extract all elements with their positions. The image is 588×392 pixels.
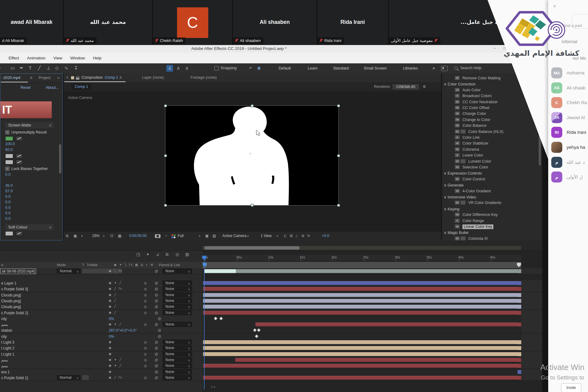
snapping-checkbox[interactable] bbox=[214, 66, 219, 70]
stopwatch-link-icon[interactable]: @ bbox=[158, 334, 161, 338]
graph-editor-icon[interactable]: ▤ bbox=[185, 252, 189, 257]
layer-name[interactable]: c Purple Solid 2] bbox=[1, 311, 28, 315]
region-of-interest-icon[interactable]: ▦ bbox=[118, 234, 121, 238]
participant-row[interactable]: JAJawad Al bbox=[548, 110, 588, 125]
tab-footage[interactable]: Footage (none) bbox=[190, 75, 217, 80]
layer-name[interactable]: ak 08-06-2020.mp4] bbox=[0, 269, 36, 274]
matte-value[interactable]: 0.0 bbox=[5, 205, 10, 210]
stopwatch-link-icon[interactable]: @ bbox=[158, 328, 161, 332]
tab-layer[interactable]: Layer (none) bbox=[142, 75, 164, 80]
participant-tile[interactable]: Rida IraniRida Irani bbox=[317, 0, 388, 45]
layer-name[interactable]: Clouds.png] bbox=[1, 299, 21, 303]
layer-duration-bar[interactable] bbox=[203, 305, 518, 309]
soft-colour-swatch[interactable] bbox=[5, 231, 13, 236]
layer-switches-icons[interactable]: ◉ bbox=[109, 340, 112, 344]
layer-row[interactable]: بسم◉ ✦ ╱◎@None∨ bbox=[0, 357, 542, 363]
effects-item-row[interactable]: 16Selective Color bbox=[442, 164, 542, 170]
effects-item-row[interactable]: 8Color Range bbox=[442, 218, 542, 224]
participant-row[interactable]: مد عبد الله bbox=[548, 155, 588, 170]
participant-row[interactable]: yehya ha bbox=[548, 140, 588, 155]
layer-row[interactable]: era 1◉@None∨ bbox=[0, 369, 542, 375]
selection-handle[interactable] bbox=[251, 204, 254, 207]
renderer-toggle-icon[interactable]: ◎ bbox=[144, 352, 147, 356]
layer-duration-bar[interactable] bbox=[203, 352, 518, 356]
layer-row[interactable]: بسم◉ ✦ ╱◎@None∨ bbox=[0, 322, 542, 328]
composition-frame[interactable]: + bbox=[165, 106, 338, 205]
clip-white-value[interactable]: 100.0 bbox=[5, 142, 15, 146]
time-ruler[interactable]: 0s05s10s15s20s25s30s35s40s45s bbox=[202, 255, 521, 261]
participant-row[interactable]: ASAli shaab bbox=[548, 81, 588, 95]
parent-dropdown[interactable]: None∨ bbox=[163, 357, 192, 362]
selection-handle[interactable] bbox=[164, 204, 167, 207]
parent-link-icon[interactable]: @ bbox=[155, 269, 158, 273]
layer-row[interactable]: e Layer 1◉ ✦ ╱◎@None∨ bbox=[0, 280, 542, 286]
effects-item-row[interactable]: 16Colorama bbox=[442, 147, 542, 153]
parent-link-icon[interactable]: @ bbox=[155, 293, 158, 297]
parent-link-icon[interactable]: @ bbox=[155, 311, 158, 315]
snapshot-camera-icon[interactable] bbox=[155, 234, 160, 238]
effects-group-row[interactable]: ∨ Keying bbox=[442, 206, 542, 212]
snap-options-icon[interactable]: ↗ bbox=[249, 66, 252, 70]
effects-item-row[interactable]: 32Lumetri Color bbox=[442, 159, 542, 164]
parent-dropdown[interactable]: None∨ bbox=[163, 322, 192, 327]
renderer-toggle-icon[interactable]: ◎ bbox=[144, 364, 147, 368]
layer-name[interactable]: ntation bbox=[1, 328, 12, 333]
layer-switches-icons[interactable]: ◉ ✦ ╱ bbox=[109, 322, 122, 326]
current-time-field[interactable]: 0:00:00:00 bbox=[129, 234, 147, 238]
clip-selected-segment[interactable] bbox=[205, 269, 236, 273]
layer-duration-bar[interactable] bbox=[203, 364, 518, 368]
shy-icon[interactable]: ⊿ bbox=[156, 252, 159, 257]
parent-dropdown[interactable]: None∨ bbox=[163, 352, 192, 356]
rotobrush-tool-icon[interactable]: ∿ bbox=[64, 65, 68, 71]
renderer-toggle-icon[interactable]: ◎ bbox=[144, 281, 147, 285]
workspace-libraries[interactable]: Libraries bbox=[403, 66, 418, 70]
world-axis-mode-icon[interactable]: ♙ bbox=[175, 65, 182, 72]
frame-blend-icon[interactable]: ⧉ bbox=[166, 252, 168, 257]
local-axis-mode-icon[interactable]: ♙ bbox=[166, 65, 173, 72]
chevron-down-icon[interactable]: ∨ bbox=[553, 4, 556, 8]
parent-link-icon[interactable]: @ bbox=[155, 305, 158, 308]
bias-swatch-1[interactable] bbox=[5, 154, 13, 158]
row-graph-area[interactable] bbox=[202, 298, 521, 304]
property-value[interactable]: 0% bbox=[109, 334, 114, 339]
layer-row[interactable]: Clouds.png]◉ ╱◎@None∨ bbox=[0, 304, 542, 310]
matte-value[interactable]: 35.0 bbox=[5, 183, 13, 188]
menu-effect[interactable]: Effect bbox=[9, 56, 19, 60]
layer-switches-icons[interactable]: ◉ ╱ bbox=[109, 299, 117, 302]
zoom-level-dropdown[interactable]: 25% bbox=[92, 234, 100, 238]
layer-switches-icons[interactable]: ◉ bbox=[109, 346, 112, 349]
layer-row[interactable]: c Purple Solid 2]◉ ╱◎@None∨ bbox=[0, 310, 542, 316]
renderer-toggle-icon[interactable]: ◎ bbox=[144, 346, 147, 350]
resolution-dropdown[interactable]: Full bbox=[178, 234, 183, 238]
participant-tile[interactable]: CChekh Rabih bbox=[153, 0, 232, 45]
keyframe-diamond[interactable] bbox=[257, 329, 260, 332]
row-graph-area[interactable] bbox=[202, 310, 521, 316]
row-graph-area[interactable] bbox=[202, 334, 521, 339]
renderer-toggle-icon[interactable]: ◎ bbox=[144, 322, 147, 326]
workspace-standard[interactable]: Standard bbox=[333, 66, 349, 70]
pen-tool-icon[interactable]: ✒ bbox=[20, 65, 24, 71]
layer-duration-bar[interactable] bbox=[203, 340, 518, 344]
layer-duration-bar[interactable] bbox=[203, 281, 518, 285]
layer-switches-icons[interactable]: ◉ ╲ fx bbox=[109, 269, 123, 273]
rulers-icon[interactable]: ⊡ bbox=[110, 234, 113, 238]
effects-item-row[interactable]: 32Colorista III bbox=[442, 236, 542, 240]
effects-item-row[interactable]: 8Leave Color bbox=[442, 153, 542, 158]
layer-switches-icons[interactable]: ◉ ✦ ╱ bbox=[109, 364, 122, 367]
tab-project[interactable]: Project bbox=[39, 76, 51, 80]
bias-value[interactable]: 0.0 bbox=[5, 172, 10, 177]
search-help-input[interactable]: Search Help bbox=[460, 66, 481, 70]
layer-duration-bar[interactable] bbox=[203, 376, 518, 380]
effects-item-row[interactable]: 164-Color Gradient bbox=[442, 188, 542, 194]
effects-item-row[interactable]: 32Color Control bbox=[442, 176, 542, 182]
participant-row[interactable]: RIRida Irani bbox=[548, 125, 588, 140]
row-graph-area[interactable] bbox=[202, 286, 521, 292]
lock-biases-checkbox[interactable]: ✓ bbox=[5, 167, 9, 171]
comp-mini-flowchart-icon[interactable]: ◳ bbox=[136, 252, 140, 257]
about-link[interactable]: About... bbox=[46, 85, 59, 90]
layer-switches-icons[interactable]: ◉ ╱ bbox=[109, 305, 117, 308]
effects-item-row[interactable]: 32Linear Color Key bbox=[442, 224, 542, 230]
effects-group-row[interactable]: ∨ Magic Bullet bbox=[442, 230, 542, 236]
layer-switches-icons[interactable]: ◉ ╱ fx bbox=[109, 287, 123, 290]
layer-row[interactable]: ak 08-06-2020.mp4]Normal∨◉ ╲ fx@None∨ bbox=[0, 268, 542, 274]
